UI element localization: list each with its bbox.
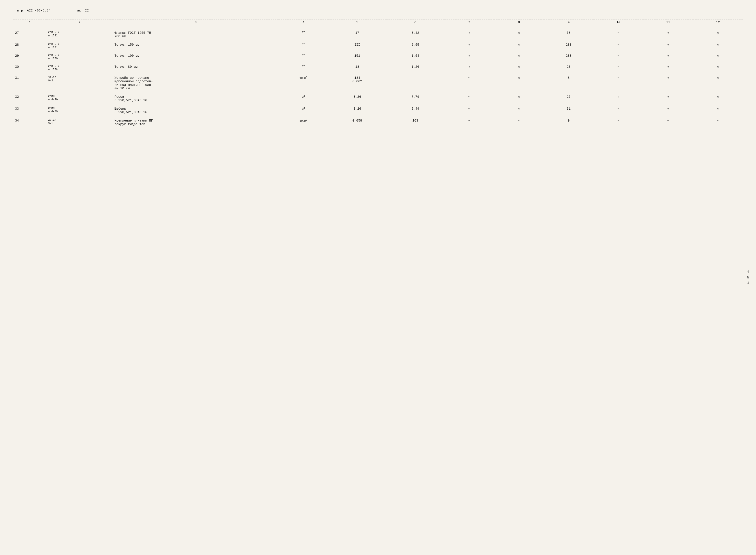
row-number: 34.	[13, 118, 46, 127]
row-col10: ~	[594, 30, 643, 39]
row-col11: «	[643, 118, 693, 127]
row-description: Песок 6,2х0,5х1,05=3,26	[113, 94, 279, 103]
row-code: 42-48 9-1	[46, 118, 113, 127]
table-row: 30.ССП ч № п.1778То же, 80 ммВТ181,26««2…	[13, 64, 743, 72]
table-row: 32.ССИМ п 4-20Песок 6,2х0,5х1,05=3,26м33…	[13, 94, 743, 103]
row-col5: 0,058	[328, 118, 386, 127]
row-col12: «	[693, 106, 743, 115]
row-col12: «	[693, 75, 743, 91]
col-header-4: 4	[279, 19, 328, 26]
row-number: 31.	[13, 75, 46, 91]
table-row: 31.37-76 9-3Устройство песчано- щебёночн…	[13, 75, 743, 91]
row-col10: ~	[594, 42, 643, 50]
row-col6: 1,54	[386, 53, 444, 61]
col-header-11: 11	[643, 19, 693, 26]
row-col11: «	[643, 64, 693, 72]
row-col6: 7,79	[386, 94, 444, 103]
row-col5: 3,26	[328, 106, 386, 115]
row-unit: ВТ	[279, 30, 328, 39]
row-col12: «	[693, 30, 743, 39]
row-col7: ~	[444, 94, 494, 103]
row-col6: 9,49	[386, 106, 444, 115]
row-col6: 3,42	[386, 30, 444, 39]
row-col12: «	[693, 64, 743, 72]
col-header-2: 2	[46, 19, 113, 26]
row-description: Фланцы ГОСТ 1255-75 200 мм	[113, 30, 279, 39]
row-col5: 151	[328, 53, 386, 61]
row-col5: 3,26	[328, 94, 386, 103]
row-code: 37-76 9-3	[46, 75, 113, 91]
row-col12: «	[693, 42, 743, 50]
side-mark-1: i	[747, 270, 749, 274]
row-col8: «	[494, 64, 544, 72]
row-col7: «	[444, 64, 494, 72]
row-col9: 23	[544, 64, 594, 72]
row-unit: 100м3	[279, 75, 328, 91]
col-header-12: 12	[693, 19, 743, 26]
row-col5: 18	[328, 64, 386, 72]
row-unit: м3	[279, 94, 328, 103]
row-description: Крепление плитами ПГ вокруг гидрантов	[113, 118, 279, 127]
row-col11: «	[643, 42, 693, 50]
row-unit: ВТ	[279, 64, 328, 72]
row-col8: «	[494, 75, 544, 91]
row-col8: «	[494, 30, 544, 39]
side-marks: i Ж i	[747, 270, 749, 285]
row-code: ССП ч № п 1779	[46, 53, 113, 61]
row-code: ССИМ п 4-20	[46, 94, 113, 103]
side-mark-3: i	[747, 281, 749, 285]
row-col9: 9	[544, 118, 594, 127]
header-right: ак. II	[77, 9, 89, 12]
main-table: 1 2 3 4 5 6 7 8 9 10 11 12 27.ССП ч № п …	[13, 19, 743, 127]
col-header-3: 3	[113, 19, 279, 26]
header-left: т.п.р. АII -03-5.84	[13, 9, 50, 12]
row-description: То же, 80 мм	[113, 64, 279, 72]
col-header-6: 6	[386, 19, 444, 26]
row-col11: «	[643, 30, 693, 39]
row-col11: «	[643, 106, 693, 115]
row-col6	[386, 75, 444, 91]
row-col7: ~	[444, 118, 494, 127]
row-number: 28.	[13, 42, 46, 50]
side-mark-2: Ж	[747, 275, 749, 280]
col-header-5: 5	[328, 19, 386, 26]
row-unit: м3	[279, 106, 328, 115]
row-description: Устройство песчано- щебёночной подготов-…	[113, 75, 279, 91]
row-col8: «	[494, 42, 544, 50]
col-header-1: 1	[13, 19, 46, 26]
row-description: Щебень 6,2х0,5х1,05=3,26	[113, 106, 279, 115]
row-col6: 2,55	[386, 42, 444, 50]
row-col9: 31	[544, 106, 594, 115]
row-col7: «	[444, 42, 494, 50]
row-col9: 8	[544, 75, 594, 91]
row-unit: ВТ	[279, 53, 328, 61]
row-col8: «	[494, 94, 544, 103]
row-col7: ~	[444, 75, 494, 91]
row-code: ССИМ п 4-39	[46, 106, 113, 115]
row-code: ССП ч № п.1778	[46, 64, 113, 72]
table-row: 33.ССИМ п 4-39Щебень 6,2х0,5х1,05=3,26м3…	[13, 106, 743, 115]
row-col7: «	[444, 30, 494, 39]
table-row: 27.ССП ч № п 1782Фланцы ГОСТ 1255-75 200…	[13, 30, 743, 39]
table-row: 29.ССП ч № п 1779То же, 100 ммВТ1511,54«…	[13, 53, 743, 61]
row-col10: ~	[594, 118, 643, 127]
row-code: ССП ч № п 1782	[46, 30, 113, 39]
col-header-7: 7	[444, 19, 494, 26]
col-header-8: 8	[494, 19, 544, 26]
row-col5: 1340,062	[328, 75, 386, 91]
row-col12: «	[693, 118, 743, 127]
row-number: 32.	[13, 94, 46, 103]
row-col9: 58	[544, 30, 594, 39]
row-col10: «	[594, 94, 643, 103]
row-col9: 233	[544, 53, 594, 61]
row-col10: ~	[594, 75, 643, 91]
row-col7: ~	[444, 106, 494, 115]
col-header-10: 10	[594, 19, 643, 26]
col-header-9: 9	[544, 19, 594, 26]
row-col6: 163	[386, 118, 444, 127]
row-col8: «	[494, 106, 544, 115]
row-number: 30.	[13, 64, 46, 72]
row-col8: «	[494, 53, 544, 61]
row-number: 27.	[13, 30, 46, 39]
column-headers: 1 2 3 4 5 6 7 8 9 10 11 12	[13, 19, 743, 26]
